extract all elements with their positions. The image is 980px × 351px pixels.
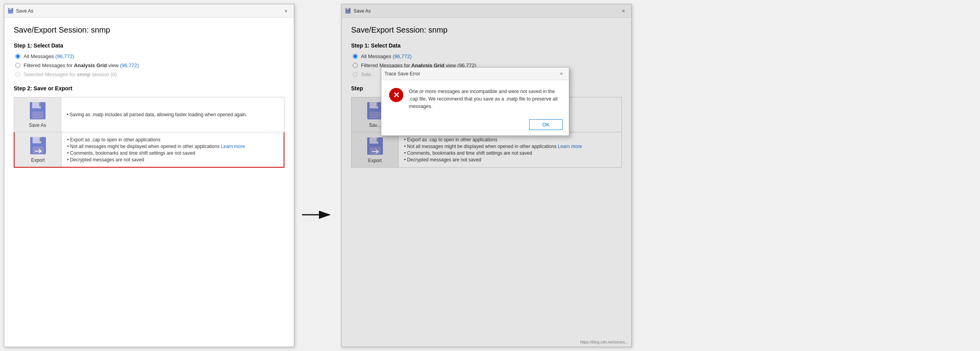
radio-all-messages-label: All Messages (96,772): [24, 53, 74, 59]
left-main-title: Save/Export Session: snmp: [14, 26, 284, 35]
left-step2-label: Step 2: Save or Export: [14, 85, 284, 91]
svg-rect-3: [9, 11, 13, 13]
arrow-container: [294, 0, 341, 351]
error-dialog-overlay: Trace Save Error × ✕ One or more message…: [342, 4, 631, 347]
error-footer: OK: [381, 116, 569, 135]
left-export-bullets: Export as .cap to open in other applicat…: [67, 137, 278, 163]
left-close-button[interactable]: ×: [281, 6, 291, 16]
left-save-as-window: Save As × Save/Export Session: snmp Step…: [4, 4, 294, 347]
radio-all-messages[interactable]: All Messages (96,772): [15, 53, 284, 59]
export-floppy-icon: [29, 136, 47, 155]
svg-rect-11: [33, 146, 44, 154]
left-export-bullet-2: Not all messages might be displayed when…: [67, 144, 278, 149]
left-export-bullet-4: Decrypted messages are not saved: [67, 157, 278, 163]
left-save-as-button[interactable]: Save As: [14, 97, 61, 132]
svg-rect-7: [32, 112, 43, 119]
error-message-text: One or more messages are incompatible an…: [409, 88, 561, 110]
left-action-buttons: Save As • Saving as .matp includes all p…: [14, 97, 284, 168]
left-export-button[interactable]: Export: [15, 132, 62, 167]
error-close-button[interactable]: ×: [557, 69, 566, 78]
left-export-label: Export: [31, 157, 45, 163]
radio-selected-messages-input: [15, 72, 20, 77]
left-title-bar: Save As ×: [4, 4, 294, 18]
error-title-text: Trace Save Error: [384, 71, 557, 77]
left-learn-more-link[interactable]: Learn more: [221, 144, 245, 149]
radio-filtered-messages[interactable]: Filtered Messages for Analysis Grid view…: [15, 62, 284, 68]
radio-selected-messages-label: Selected Messages for snmp session (0): [24, 71, 117, 77]
radio-filtered-messages-input[interactable]: [15, 63, 20, 68]
left-save-as-label: Save As: [29, 122, 46, 128]
left-radio-group: All Messages (96,772) Filtered Messages …: [14, 53, 284, 77]
svg-rect-12: [40, 137, 41, 141]
error-ok-button[interactable]: OK: [529, 119, 563, 130]
svg-rect-4: [11, 9, 11, 10]
svg-rect-8: [39, 102, 41, 106]
right-save-as-window: Save As × Save/Export Session: snmp Step…: [341, 4, 632, 347]
left-step1-label: Step 1: Select Data: [14, 42, 284, 49]
radio-selected-messages: Selected Messages for snmp session (0): [15, 71, 284, 77]
left-export-bullet-3: Comments, bookmarks and time shift setti…: [67, 150, 278, 156]
title-floppy-icon: [7, 8, 14, 14]
radio-filtered-messages-label: Filtered Messages for Analysis Grid view…: [24, 62, 139, 68]
left-export-bullet-1: Export as .cap to open in other applicat…: [67, 137, 278, 143]
error-icon: ✕: [389, 88, 403, 102]
left-title-text: Save As: [16, 8, 281, 14]
trace-save-error-dialog: Trace Save Error × ✕ One or more message…: [381, 67, 569, 136]
left-save-desc: • Saving as .matp includes all parsed da…: [61, 97, 284, 132]
left-export-row: Export Export as .cap to open in other a…: [14, 132, 284, 168]
left-window-content: Save/Export Session: snmp Step 1: Select…: [4, 18, 294, 347]
left-save-as-row: Save As • Saving as .matp includes all p…: [14, 97, 284, 132]
error-body: ✕ One or more messages are incompatible …: [381, 80, 569, 116]
save-as-floppy-icon: [28, 101, 47, 120]
left-export-desc: Export as .cap to open in other applicat…: [62, 132, 284, 167]
error-title-bar: Trace Save Error ×: [381, 68, 569, 80]
direction-arrow: [298, 203, 337, 227]
radio-all-messages-input[interactable]: [15, 54, 20, 59]
